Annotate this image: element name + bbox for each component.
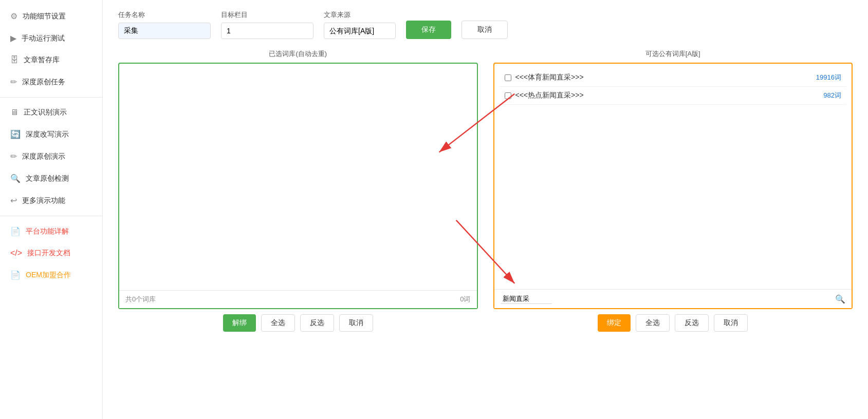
article-source-select[interactable]: 公有词库[A版] 私有词库 其他: [324, 23, 396, 39]
right-search-input[interactable]: [501, 294, 552, 304]
doc2-icon: 📄: [10, 270, 21, 280]
item1-count: 19916词: [816, 73, 841, 82]
sidebar-label: 深度原创任务: [22, 78, 65, 87]
sidebar-item-text-recognition[interactable]: 🖥 正文识别演示: [0, 102, 102, 123]
save-button[interactable]: 保存: [406, 21, 451, 39]
right-panel-section: 可选公有词库[A版] <<<体育新闻直采>>> 19916词 <<<热点新闻直采…: [493, 49, 853, 332]
item2-count: 982词: [823, 91, 841, 100]
sidebar-item-feature-settings[interactable]: ⚙ 功能细节设置: [0, 5, 102, 27]
sidebar-item-api-docs[interactable]: </> 接口开发文档: [0, 242, 102, 264]
list-item: <<<体育新闻直采>>> 19916词: [500, 69, 847, 87]
invert-right-button[interactable]: 反选: [675, 314, 709, 332]
left-panel-box: 共0个词库 0词: [118, 63, 478, 309]
item2-checkbox[interactable]: [505, 92, 511, 99]
sidebar-label: 文章原创检测: [26, 174, 69, 183]
sidebar-label: 手动运行测试: [22, 34, 65, 43]
doc-icon: 📄: [10, 226, 21, 236]
right-panel-box: <<<体育新闻直采>>> 19916词 <<<热点新闻直采>>> 982词 🔍: [493, 63, 853, 309]
monitor-icon: 🖥: [10, 108, 19, 117]
select-all-left-button[interactable]: 全选: [261, 314, 295, 332]
left-panel-footer: 共0个词库 0词: [119, 290, 477, 308]
cancel-right-button[interactable]: 取消: [714, 314, 748, 332]
sidebar-item-manual-run[interactable]: ▶ 手动运行测试: [0, 27, 102, 49]
right-panel-footer: 🔍: [494, 289, 852, 308]
article-source-label: 文章来源: [324, 10, 396, 20]
sidebar-item-platform-detail[interactable]: 📄 平台功能详解: [0, 220, 102, 242]
sidebar-label: 文章暂存库: [24, 55, 60, 65]
code-icon: </>: [10, 249, 22, 258]
left-footer-words: 0词: [460, 295, 470, 304]
panels-area: 已选词库(自动去重) 共0个词库 0词 解绑 全选 反选 取消 可选公有词库[A…: [118, 49, 853, 332]
item1-checkbox[interactable]: [505, 74, 511, 81]
sidebar-label: 深度改写演示: [26, 130, 69, 139]
list-item: <<<热点新闻直采>>> 982词: [500, 87, 847, 105]
select-all-right-button[interactable]: 全选: [636, 314, 670, 332]
sidebar-item-article-check[interactable]: 🔍 文章原创检测: [0, 167, 102, 189]
cancel-left-button[interactable]: 取消: [339, 314, 373, 332]
sidebar-item-article-temp[interactable]: 🗄 文章暂存库: [0, 49, 102, 71]
invert-left-button[interactable]: 反选: [300, 314, 334, 332]
refresh-icon: 🔄: [10, 129, 21, 139]
gear-icon: ⚙: [10, 11, 17, 21]
left-panel-section: 已选词库(自动去重) 共0个词库 0词 解绑 全选 反选 取消: [118, 49, 478, 332]
target-column-group: 目标栏目: [221, 10, 313, 39]
target-column-input[interactable]: [221, 23, 313, 39]
sidebar-item-oem-coop[interactable]: 📄 OEM加盟合作: [0, 264, 102, 286]
sidebar: ⚙ 功能细节设置 ▶ 手动运行测试 🗄 文章暂存库 ✏ 深度原创任务 🖥 正文识…: [0, 0, 103, 419]
bind-button[interactable]: 绑定: [598, 314, 631, 332]
edit-icon: ✏: [10, 77, 17, 87]
sidebar-item-deep-original-demo[interactable]: ✏ 深度原创演示: [0, 145, 102, 167]
sidebar-label: 深度原创演示: [22, 152, 65, 161]
divider-2: [0, 216, 102, 216]
left-action-row: 解绑 全选 反选 取消: [118, 314, 478, 332]
task-name-input[interactable]: [118, 23, 211, 39]
sidebar-label: 平台功能详解: [26, 227, 69, 236]
unbind-button[interactable]: 解绑: [223, 314, 256, 332]
sidebar-item-deep-rewrite[interactable]: 🔄 深度改写演示: [0, 123, 102, 145]
search-icon: 🔍: [10, 174, 21, 183]
sidebar-label: 更多演示功能: [22, 196, 65, 205]
sidebar-item-more-demo[interactable]: ↩ 更多演示功能: [0, 189, 102, 212]
sidebar-item-deep-original[interactable]: ✏ 深度原创任务: [0, 71, 102, 93]
right-panel-inner: <<<体育新闻直采>>> 19916词 <<<热点新闻直采>>> 982词: [500, 69, 847, 295]
right-action-row: 绑定 全选 反选 取消: [493, 314, 853, 332]
sidebar-label: OEM加盟合作: [26, 271, 71, 280]
task-name-label: 任务名称: [118, 10, 211, 20]
more-icon: ↩: [10, 196, 17, 205]
article-source-group: 文章来源 公有词库[A版] 私有词库 其他: [324, 10, 396, 39]
left-footer-count: 共0个词库: [125, 295, 156, 304]
search-icon[interactable]: 🔍: [835, 294, 845, 304]
play-icon: ▶: [10, 33, 16, 43]
task-name-group: 任务名称: [118, 10, 211, 39]
left-panel-title: 已选词库(自动去重): [118, 49, 478, 59]
item2-name: <<<热点新闻直采>>>: [515, 91, 820, 100]
main-content: 任务名称 目标栏目 文章来源 公有词库[A版] 私有词库 其他 保存 取消 已选…: [103, 0, 868, 419]
sidebar-label: 接口开发文档: [27, 249, 70, 258]
article-source-select-wrap: 公有词库[A版] 私有词库 其他: [324, 23, 396, 39]
sidebar-label: 功能细节设置: [23, 12, 66, 21]
divider-1: [0, 97, 102, 98]
database-icon: 🗄: [10, 55, 19, 65]
sidebar-label: 正文识别演示: [24, 108, 67, 117]
item1-name: <<<体育新闻直采>>>: [515, 73, 812, 82]
right-panel-title: 可选公有词库[A版]: [493, 49, 853, 59]
edit2-icon: ✏: [10, 151, 17, 161]
target-column-label: 目标栏目: [221, 10, 313, 20]
form-row: 任务名称 目标栏目 文章来源 公有词库[A版] 私有词库 其他 保存 取消: [118, 10, 853, 39]
left-panel-inner: [124, 69, 472, 295]
cancel-top-button[interactable]: 取消: [461, 21, 508, 39]
